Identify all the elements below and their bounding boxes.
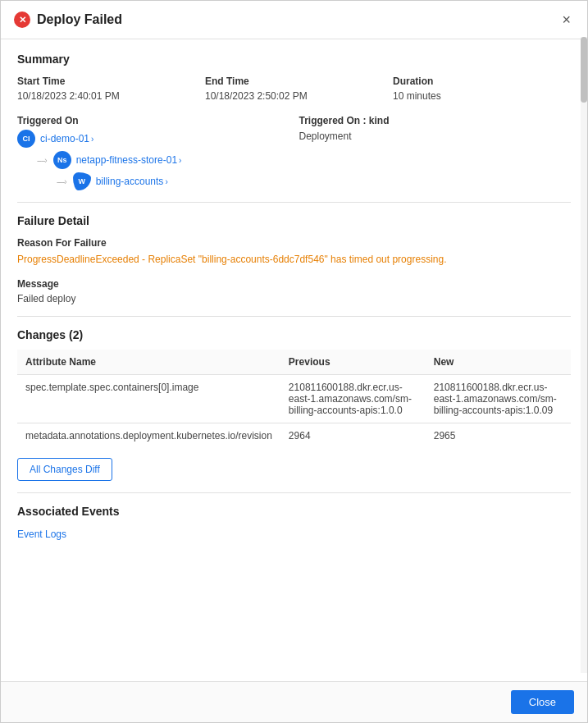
end-time-item: End Time 10/18/2023 2:50:02 PM [205, 76, 383, 102]
start-time-item: Start Time 10/18/2023 2:40:01 PM [17, 76, 195, 102]
table-row: spec.template.spec.containers[0].image 2… [17, 375, 571, 423]
scrollbar-rail [581, 37, 587, 673]
associated-events-section: Associated Events Event Logs [17, 505, 571, 540]
chevron-icon-0: › [91, 135, 93, 144]
reason-text: ProgressDeadlineExceeded - ReplicaSet "b… [17, 252, 571, 267]
start-time-value: 10/18/2023 2:40:01 PM [17, 90, 120, 102]
changes-table-header: Attribute Name Previous New [17, 350, 571, 375]
start-time-label: Start Time [17, 76, 195, 87]
connector-1: ----› [37, 156, 47, 165]
end-time-label: End Time [205, 76, 383, 87]
modal-footer: Close [1, 681, 587, 722]
col-attribute: Attribute Name [17, 350, 280, 375]
new-0: 210811600188.dkr.ecr.us-east-1.amazonaws… [426, 375, 571, 423]
modal-body: Summary Start Time 10/18/2023 2:40:01 PM… [1, 39, 587, 681]
duration-label: Duration [393, 76, 571, 87]
reason-label: Reason For Failure [17, 237, 571, 249]
summary-title: Summary [17, 53, 571, 66]
changes-table-body: spec.template.spec.containers[0].image 2… [17, 375, 571, 449]
col-new: New [426, 350, 571, 375]
message-label: Message [17, 278, 571, 290]
changes-title: Changes (2) [17, 328, 571, 341]
trigger-chain: CI ci-demo-01 › ----› Ns netapp-fitness- [17, 130, 289, 190]
duration-item: Duration 10 minutes [393, 76, 571, 102]
end-time-value: 10/18/2023 2:50:02 PM [205, 90, 308, 102]
close-footer-button[interactable]: Close [511, 690, 574, 714]
summary-section: Summary Start Time 10/18/2023 2:40:01 PM… [17, 53, 571, 190]
col-previous: Previous [280, 350, 426, 375]
changes-section: Changes (2) Attribute Name Previous New … [17, 328, 571, 481]
attr-name-1: metadata.annotations.deployment.kubernet… [17, 423, 280, 449]
attr-name-0: spec.template.spec.containers[0].image [17, 375, 280, 423]
message-text: Failed deploy [17, 293, 571, 304]
associated-title: Associated Events [17, 505, 571, 518]
triggered-kind-column: Triggered On : kind Deployment [299, 115, 572, 190]
triggered-kind-value: Deployment [299, 130, 352, 142]
chain-link-2[interactable]: billing-accounts › [96, 176, 168, 187]
divider-3 [17, 492, 571, 493]
table-row: metadata.annotations.deployment.kubernet… [17, 423, 571, 449]
badge-ns: Ns [53, 151, 71, 169]
new-1: 2965 [426, 423, 571, 449]
connector-2: ----› [57, 177, 66, 186]
error-icon [14, 11, 30, 28]
close-header-button[interactable]: × [558, 9, 574, 30]
previous-0: 210811600188.dkr.ecr.us-east-1.amazonaws… [280, 375, 426, 423]
triggered-kind-label: Triggered On : kind [299, 115, 572, 126]
chain-item-0: CI ci-demo-01 › [17, 130, 289, 148]
badge-w: W [73, 172, 91, 190]
divider-2 [17, 316, 571, 317]
all-changes-diff-button[interactable]: All Changes Diff [17, 458, 112, 481]
chevron-icon-1: › [179, 156, 181, 165]
failure-section: Failure Detail Reason For Failure Progre… [17, 214, 571, 304]
chain-item-1: ----› Ns netapp-fitness-store-01 › [37, 151, 289, 169]
triggered-grid: Triggered On CI ci-demo-01 › ----› [17, 115, 571, 190]
chain-link-1[interactable]: netapp-fitness-store-01 › [76, 154, 182, 166]
chain-item-2: ----› W billing-accounts › [57, 172, 289, 190]
triggered-on-label: Triggered On [17, 115, 289, 126]
previous-1: 2964 [280, 423, 426, 449]
info-grid: Start Time 10/18/2023 2:40:01 PM End Tim… [17, 76, 571, 102]
badge-ci: CI [17, 130, 35, 148]
changes-table: Attribute Name Previous New spec.templat… [17, 350, 571, 448]
duration-value: 10 minutes [393, 90, 441, 102]
failure-title: Failure Detail [17, 214, 571, 227]
modal-header: Deploy Failed × [1, 1, 587, 39]
chevron-icon-2: › [165, 177, 167, 186]
title-group: Deploy Failed [14, 11, 122, 28]
chain-link-0[interactable]: ci-demo-01 › [40, 133, 93, 144]
event-logs-link[interactable]: Event Logs [17, 529, 66, 540]
scrollbar-thumb[interactable] [581, 37, 587, 103]
changes-header-row: Attribute Name Previous New [17, 350, 571, 375]
deploy-failed-modal: Deploy Failed × Summary Start Time 10/18… [0, 0, 588, 723]
modal-title: Deploy Failed [37, 12, 122, 27]
triggered-on-column: Triggered On CI ci-demo-01 › ----› [17, 115, 289, 190]
divider-1 [17, 202, 571, 203]
